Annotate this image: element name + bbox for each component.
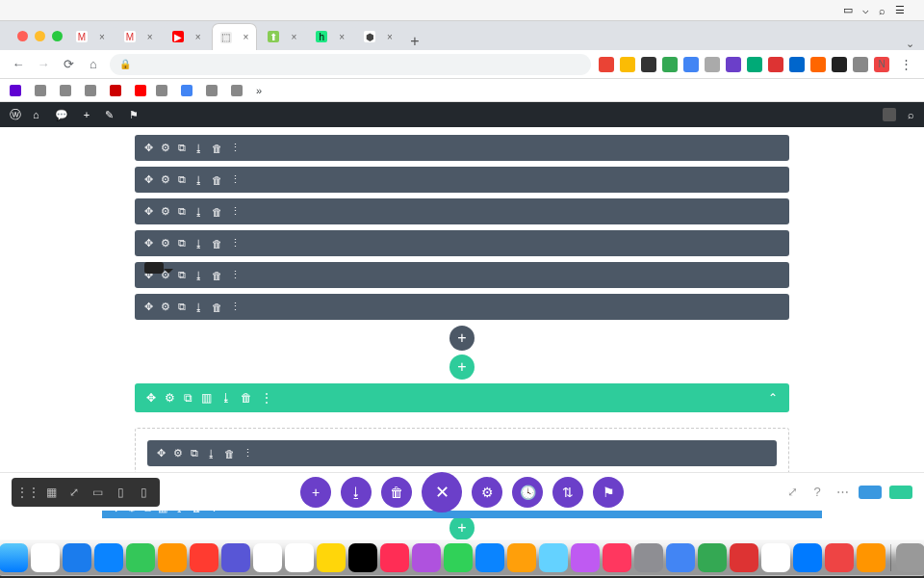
swap-button[interactable]: ⇅ (552, 477, 583, 508)
control-center-icon[interactable]: ☰ (895, 4, 905, 16)
duplicate-icon[interactable]: ⧉ (178, 301, 186, 313)
flag-button[interactable]: ⚑ (593, 477, 624, 508)
module-row[interactable]: ✥⚙⧉⭳🗑⋮ (135, 135, 789, 161)
dock-app[interactable] (571, 543, 600, 572)
close-icon[interactable]: × (99, 32, 105, 42)
add-button[interactable]: + (300, 477, 331, 508)
tab-1[interactable]: M× (116, 23, 162, 50)
ext-icon[interactable] (641, 57, 656, 72)
save-draft-button[interactable] (859, 486, 882, 499)
wireframe-icon[interactable]: ▦ (40, 482, 62, 503)
wp-site-name[interactable]: ⌂ (33, 109, 43, 120)
close-icon[interactable]: × (339, 32, 345, 42)
dock-app[interactable] (666, 543, 695, 572)
gear-icon[interactable]: ⚙ (161, 205, 170, 218)
add-row-button[interactable]: + (449, 515, 475, 540)
dock-app[interactable] (190, 543, 218, 572)
duplicate-icon[interactable]: ⧉ (191, 447, 198, 460)
columns-icon[interactable]: ▥ (201, 391, 212, 405)
dock-app[interactable] (793, 543, 822, 572)
add-row-button[interactable]: + (449, 355, 475, 380)
dock-app[interactable] (730, 543, 758, 572)
trash-icon[interactable]: 🗑 (224, 448, 235, 460)
row-header[interactable]: ✥⚙⧉▥⭳🗑⋮ ⌃ (135, 383, 789, 412)
tab-4[interactable]: ⬆× (259, 23, 305, 50)
ext-icon[interactable] (810, 57, 826, 72)
dock-app[interactable] (31, 543, 60, 572)
window-traffic-lights[interactable] (17, 31, 63, 41)
duplicate-icon[interactable]: ⧉ (178, 142, 186, 154)
gear-icon[interactable]: ⚙ (173, 447, 183, 460)
close-icon[interactable]: × (195, 32, 201, 42)
ext-icon[interactable] (599, 57, 614, 72)
search-icon[interactable]: ⌕ (879, 5, 886, 16)
ext-icon[interactable] (705, 57, 720, 72)
dock-app[interactable] (857, 543, 886, 572)
dock-app[interactable] (825, 543, 854, 572)
trash-icon[interactable]: 🗑 (212, 143, 222, 154)
address-bar[interactable]: 🔒 (110, 54, 591, 75)
phone-icon[interactable]: ▯ (133, 482, 154, 503)
save-icon[interactable]: ⭳ (220, 391, 232, 405)
reload-button[interactable]: ⟳ (60, 57, 77, 71)
trash-icon[interactable]: 🗑 (212, 270, 222, 281)
wp-new[interactable]: + (84, 109, 93, 120)
more-icon[interactable]: ⋯ (834, 484, 851, 501)
move-icon[interactable]: ✥ (144, 142, 153, 154)
dock-app[interactable] (126, 543, 155, 572)
trash-icon[interactable]: 🗑 (212, 238, 222, 250)
move-icon[interactable]: ✥ (144, 205, 153, 218)
trash-icon[interactable]: 🗑 (241, 391, 252, 405)
bookmark[interactable] (60, 85, 75, 96)
settings-button[interactable]: ⚙ (472, 477, 502, 508)
duplicate-icon[interactable]: ⧉ (184, 391, 192, 405)
bookmark-overflow[interactable]: » (256, 85, 262, 96)
delete-button[interactable]: 🗑 (381, 477, 412, 508)
dock-app[interactable] (253, 543, 282, 572)
new-tab-button[interactable]: + (403, 33, 426, 50)
load-button[interactable]: ⭳ (341, 477, 372, 508)
bookmark[interactable] (156, 85, 171, 96)
ext-icon[interactable] (768, 57, 783, 72)
dock-app[interactable] (475, 543, 504, 572)
dock-app[interactable] (603, 543, 631, 572)
expand-icon[interactable]: ⤢ (783, 484, 801, 501)
ext-icon[interactable] (620, 57, 635, 72)
dock-app[interactable] (94, 543, 123, 572)
ext-icon[interactable] (747, 57, 762, 72)
tablet-icon[interactable]: ▯ (110, 482, 131, 503)
dock-downloads[interactable] (896, 543, 924, 572)
move-icon[interactable]: ✥ (146, 391, 156, 405)
back-button[interactable]: ← (10, 57, 27, 71)
publish-button[interactable] (889, 486, 912, 499)
bookmark[interactable] (135, 85, 146, 96)
dock-app[interactable] (317, 543, 346, 572)
trash-icon[interactable]: 🗑 (212, 302, 222, 313)
ext-icon[interactable] (683, 57, 699, 72)
wp-edit-page[interactable]: ✎ (105, 109, 117, 121)
module-row[interactable]: ✥⚙⧉⭳🗑⋮ (135, 294, 789, 320)
gear-icon[interactable]: ⚙ (161, 173, 170, 186)
dock-app[interactable] (634, 543, 663, 572)
bookmark[interactable] (206, 85, 221, 96)
duplicate-icon[interactable]: ⧉ (178, 205, 186, 218)
save-icon[interactable]: ⭳ (193, 206, 204, 218)
help-icon[interactable]: ? (808, 484, 826, 501)
bookmark[interactable] (35, 85, 50, 96)
duplicate-icon[interactable]: ⧉ (178, 173, 186, 186)
duplicate-icon[interactable]: ⧉ (178, 237, 186, 250)
gear-icon[interactable]: ⚙ (161, 237, 170, 250)
wp-comments[interactable]: 💬 (55, 109, 72, 121)
save-icon[interactable]: ⭳ (193, 238, 204, 250)
close-icon[interactable]: × (244, 32, 249, 42)
trash-icon[interactable]: 🗑 (212, 206, 222, 218)
tab-5[interactable]: h× (307, 23, 353, 50)
close-icon[interactable]: × (291, 32, 296, 42)
desktop-icon[interactable]: ▭ (87, 482, 108, 503)
move-icon[interactable]: ✥ (144, 237, 153, 250)
gear-icon[interactable]: ⚙ (161, 301, 170, 313)
bookmark[interactable] (231, 85, 246, 96)
module-row[interactable]: ✥⚙⧉⭳🗑⋮ (135, 230, 789, 256)
save-icon[interactable]: ⭳ (193, 143, 204, 154)
more-icon[interactable]: ⋮ (230, 237, 241, 250)
